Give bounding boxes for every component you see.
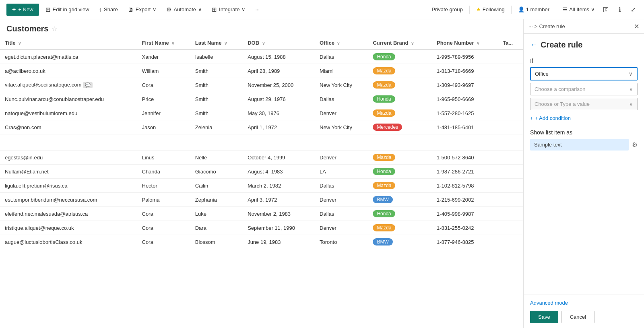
cell-lastname: Isabelle <box>190 50 243 64</box>
cell-office: Miami <box>315 64 368 78</box>
col-phone[interactable]: Phone Number ∨ <box>432 37 498 50</box>
toolbar-right: Private group ★ Following 👤 1 member ☰ A… <box>431 4 638 15</box>
share-button[interactable]: ↑ Share <box>96 4 121 14</box>
col-office[interactable]: Office ∨ <box>315 37 368 50</box>
cell-brand: Mercedes <box>368 120 432 134</box>
table-row[interactable]: tristique.aliquet@neque.co.uk Cora Dara … <box>0 221 523 235</box>
cancel-button[interactable]: Cancel <box>561 311 594 323</box>
brand-badge: Honda <box>373 210 395 217</box>
export-button[interactable]: 🗎 Export ∨ <box>124 4 160 14</box>
cell-phone: 1-877-946-8825 <box>432 235 498 249</box>
cell-brand: Honda <box>368 165 432 179</box>
automate-icon: ⚙ <box>166 6 171 13</box>
cell-title: Nunc.pulvinar.arcu@conubianostraper.edu <box>0 92 137 106</box>
brand-badge: Mazda <box>373 67 395 74</box>
panel-close-button[interactable]: ✕ <box>634 23 639 30</box>
table-row[interactable] <box>0 134 523 151</box>
col-brand[interactable]: Current Brand ∨ <box>368 37 432 50</box>
divider2 <box>511 6 512 14</box>
more-label: ··· <box>255 6 260 12</box>
list-header: Customers ☆ <box>0 19 523 37</box>
col-title[interactable]: Title ∨ <box>0 37 137 50</box>
expand-button[interactable]: ⤢ <box>629 4 638 15</box>
integrate-button[interactable]: ⊞ Integrate ∨ <box>208 4 249 15</box>
table-row[interactable]: vitae.aliquet@sociisnatoque.com💬 Cora Sm… <box>0 78 523 92</box>
cell-title: Nullam@Etiam.net <box>0 165 137 179</box>
table-row[interactable]: Cras@non.com Jason Zelenia April 1, 1972… <box>0 120 523 134</box>
cell-dob: June 19, 1983 <box>243 235 315 249</box>
cell-office: Denver <box>315 221 368 235</box>
table-row[interactable]: a@aclibero.co.uk William Smith April 28,… <box>0 64 523 78</box>
new-button[interactable]: + + New <box>6 4 39 16</box>
table-header-row: Title ∨ First Name ∨ Last Name ∨ DOB ∨ O… <box>0 37 523 50</box>
brand-badge: BMW <box>373 196 392 203</box>
table-row[interactable]: ligula.elit.pretium@risus.ca Hector Cail… <box>0 179 523 193</box>
automate-button[interactable]: ⚙ Automate ∨ <box>163 4 205 15</box>
private-group-label: Private group <box>431 6 462 12</box>
table-row[interactable]: est.tempor.bibendum@neccursusa.com Palom… <box>0 193 523 207</box>
cell-firstname: Hector <box>137 179 190 193</box>
breadcrumb-current: Create rule <box>539 23 565 29</box>
edit-grid-button[interactable]: ⊞ Edit in grid view <box>42 4 93 15</box>
info-button[interactable]: ℹ <box>617 4 623 15</box>
table-row[interactable]: augue@luctuslobortisClass.co.uk Cora Blo… <box>0 235 523 249</box>
col-firstname[interactable]: First Name ∨ <box>137 37 190 50</box>
value-dropdown[interactable]: Choose or Type a value ∨ <box>530 98 638 110</box>
following-button[interactable]: ★ Following <box>476 6 505 12</box>
table-row[interactable]: eleifend.nec.malesuada@atrisus.ca Cora L… <box>0 207 523 221</box>
panel-back-button[interactable]: ← <box>530 41 537 49</box>
following-label: Following <box>483 6 505 12</box>
top-bar: + + New ⊞ Edit in grid view ↑ Share 🗎 Ex… <box>0 0 644 19</box>
cell-lastname: Dara <box>190 221 243 235</box>
brand-badge: Mazda <box>373 81 395 89</box>
add-icon: + <box>530 115 533 121</box>
cell-firstname: Jennifer <box>137 106 190 120</box>
cell-tag <box>498 193 523 207</box>
cell-dob: May 30, 1976 <box>243 106 315 120</box>
col-tag[interactable]: Ta... <box>498 37 523 50</box>
add-condition-button[interactable]: + + Add condition <box>530 115 571 121</box>
cell-office: New York City <box>315 120 368 134</box>
cell-brand: Mazda <box>368 221 432 235</box>
table-row[interactable]: egestas@in.edu Linus Nelle October 4, 19… <box>0 151 523 165</box>
member-count-label: 1 member <box>526 6 550 12</box>
brand-badge: Mazda <box>373 109 395 117</box>
cell-title: eget.dictum.placerat@mattis.ca <box>0 50 137 64</box>
cell-firstname: Cora <box>137 78 190 92</box>
cell-firstname: William <box>137 64 190 78</box>
cell-title: ligula.elit.pretium@risus.ca <box>0 179 137 193</box>
cell-title: a@aclibero.co.uk <box>0 64 137 78</box>
table-row[interactable]: Nullam@Etiam.net Chanda Giacomo August 4… <box>0 165 523 179</box>
col-dob[interactable]: DOB ∨ <box>243 37 315 50</box>
col-lastname[interactable]: Last Name ∨ <box>190 37 243 50</box>
cell-firstname: Linus <box>137 151 190 165</box>
cell-title: Cras@non.com <box>0 120 137 134</box>
all-items-button[interactable]: ☰ All Items ∨ <box>563 6 595 12</box>
divider3 <box>556 6 556 14</box>
more-button[interactable]: ··· <box>252 5 263 14</box>
customers-table: Title ∨ First Name ∨ Last Name ∨ DOB ∨ O… <box>0 37 523 249</box>
advanced-mode-button[interactable]: Advanced mode <box>530 300 638 306</box>
cell-brand: Mazda <box>368 78 432 92</box>
table-row[interactable]: eget.dictum.placerat@mattis.ca Xander Is… <box>0 50 523 64</box>
filter-button[interactable]: ⚿ <box>601 4 611 14</box>
table-row[interactable]: natoque@vestibulumlorem.edu Jennifer Smi… <box>0 106 523 120</box>
sample-text-row: Sample text ⚙ <box>530 139 638 151</box>
save-button[interactable]: Save <box>530 311 558 323</box>
cell-brand: Honda <box>368 50 432 64</box>
field-chevron-icon: ∨ <box>629 71 633 77</box>
cell-lastname: Smith <box>190 78 243 92</box>
cell-firstname: Cora <box>137 235 190 249</box>
cell-phone: 1-500-572-8640 <box>432 151 498 165</box>
field-select-dropdown[interactable]: Office ∨ <box>530 67 638 80</box>
table-row[interactable]: Nunc.pulvinar.arcu@conubianostraper.edu … <box>0 92 523 106</box>
table-wrapper[interactable]: Title ∨ First Name ∨ Last Name ∨ DOB ∨ O… <box>0 37 523 328</box>
cell-lastname: Luke <box>190 207 243 221</box>
format-icon[interactable]: ⚙ <box>632 141 638 149</box>
integrate-icon: ⊞ <box>212 6 217 13</box>
cell-title: egestas@in.edu <box>0 151 137 165</box>
favorite-star-icon[interactable]: ☆ <box>52 25 57 33</box>
comparison-dropdown[interactable]: Choose a comparison ∨ <box>530 83 638 95</box>
cell-phone: 1-557-280-1625 <box>432 106 498 120</box>
brand-badge: Mercedes <box>373 124 402 131</box>
